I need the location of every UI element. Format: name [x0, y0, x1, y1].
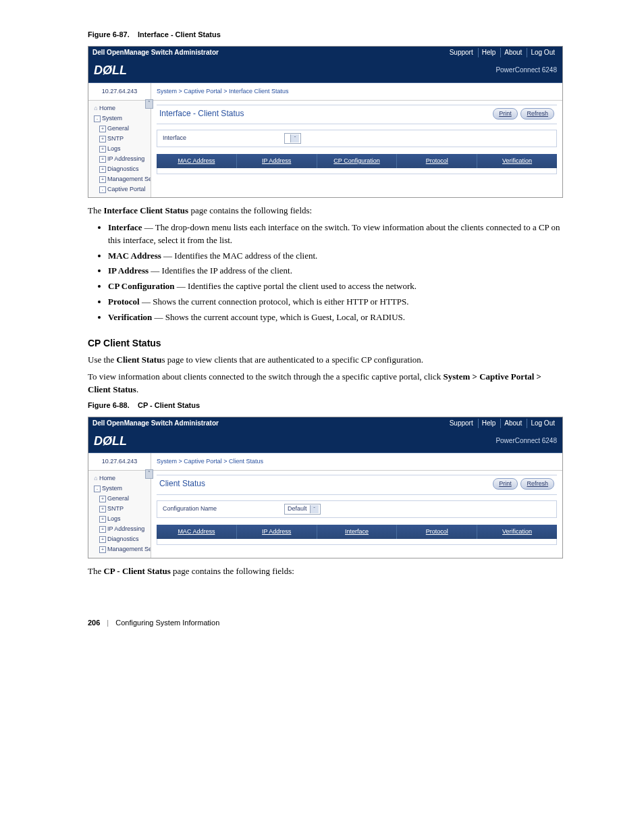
col-ip-address[interactable]: IP Address — [237, 154, 317, 168]
table-header: MAC Address IP Address CP Configuration … — [157, 154, 557, 168]
section-heading-cp-client-status: CP Client Status — [88, 336, 563, 350]
nav-home[interactable]: ⌂Home — [88, 473, 151, 484]
screenshot-cp-client-status: Dell OpenManage Switch Administrator Sup… — [88, 417, 563, 558]
link-about[interactable]: About — [500, 419, 525, 429]
intro-text-b: The CP - Client Status page contains the… — [88, 565, 563, 578]
footer-separator: | — [107, 618, 109, 629]
expand-icon[interactable]: + — [99, 146, 106, 153]
figure-number: Figure 6-88. — [88, 401, 130, 409]
breadcrumb: System > Captive Portal > Interface Clie… — [151, 83, 562, 100]
nav-management-security[interactable]: +Management Secur — [88, 174, 151, 184]
link-help[interactable]: Help — [478, 419, 500, 429]
link-support[interactable]: Support — [446, 48, 477, 58]
expand-icon[interactable]: + — [99, 496, 106, 502]
col-verification[interactable]: Verification — [477, 525, 557, 539]
link-logout[interactable]: Log Out — [527, 48, 558, 58]
config-name-label: Configuration Name — [163, 504, 284, 513]
expand-icon[interactable]: + — [99, 546, 106, 553]
interface-dropdown[interactable]: ˇ — [284, 133, 301, 144]
nav-logs[interactable]: +Logs — [88, 144, 151, 154]
panel-title: Interface - Client Status — [159, 108, 244, 120]
col-protocol[interactable]: Protocol — [397, 525, 477, 539]
nav-tree: ˄ ⌂Home -System +General +SNTP +Logs +IP… — [88, 101, 151, 197]
expand-icon[interactable]: + — [99, 526, 106, 533]
main-panel: Client Status Print Refresh Configuratio… — [151, 471, 562, 557]
nav-sntp[interactable]: +SNTP — [88, 504, 151, 514]
col-protocol[interactable]: Protocol — [397, 154, 477, 168]
refresh-button[interactable]: Refresh — [520, 108, 554, 120]
expand-icon[interactable]: + — [99, 176, 106, 183]
nav-sntp[interactable]: +SNTP — [88, 134, 151, 144]
expand-icon[interactable]: + — [99, 536, 106, 543]
collapse-icon[interactable]: - — [94, 115, 101, 122]
section-b-p1: Use the Client Status page to view clien… — [88, 354, 563, 367]
top-links: Support Help About Log Out — [446, 419, 558, 429]
expand-icon[interactable]: + — [99, 126, 106, 132]
nav-ip-addressing[interactable]: +IP Addressing — [88, 154, 151, 164]
nav-general[interactable]: +General — [88, 124, 151, 134]
expand-icon[interactable]: + — [99, 516, 106, 523]
config-name-dropdown[interactable]: Defaultˇ — [284, 504, 321, 515]
panel-title-row: Client Status Print Refresh — [157, 475, 557, 494]
link-support[interactable]: Support — [446, 419, 477, 429]
list-item: Protocol — Shows the current connection … — [108, 296, 563, 309]
nav-home[interactable]: ⌂Home — [88, 103, 151, 113]
col-mac-address[interactable]: MAC Address — [157, 154, 237, 168]
scroll-up-icon[interactable]: ˄ — [145, 99, 153, 109]
col-mac-address[interactable]: MAC Address — [157, 525, 237, 539]
expand-icon[interactable]: + — [99, 506, 106, 513]
nav-system[interactable]: -System — [88, 113, 151, 124]
figure-number: Figure 6-87. — [88, 30, 130, 38]
top-links: Support Help About Log Out — [446, 48, 558, 58]
device-ip: 10.27.64.243 — [88, 83, 151, 100]
list-item: MAC Address — Identifies the MAC address… — [108, 250, 563, 263]
list-item: CP Configuration — Identifies the captiv… — [108, 280, 563, 293]
app-topbar: Dell OpenManage Switch Administrator Sup… — [88, 417, 562, 430]
config-name-row: Configuration Name Defaultˇ — [157, 500, 557, 518]
nav-logs[interactable]: +Logs — [88, 514, 151, 524]
figure-caption-a: Figure 6-87. Interface - Client Status — [88, 30, 563, 41]
section-b-p2: To view information about clients connec… — [88, 371, 563, 396]
brand-bar: DØLL PowerConnect 6248 — [88, 59, 562, 82]
refresh-button[interactable]: Refresh — [520, 478, 554, 490]
collapse-icon[interactable]: - — [94, 486, 101, 492]
expand-icon[interactable]: + — [99, 156, 106, 163]
home-icon: ⌂ — [92, 104, 99, 113]
footer-section: Configuring System Information — [115, 618, 219, 629]
panel-buttons: Print Refresh — [491, 478, 554, 490]
panel-title: Client Status — [159, 478, 205, 490]
collapse-icon[interactable]: - — [99, 186, 106, 193]
print-button[interactable]: Print — [493, 478, 518, 490]
expand-icon[interactable]: + — [99, 166, 106, 173]
breadcrumb: System > Captive Portal > Client Status — [151, 453, 562, 470]
list-item: Interface — The drop-down menu lists eac… — [108, 221, 563, 247]
nav-tree: ˄ ⌂Home -System +General +SNTP +Logs +IP… — [88, 471, 151, 557]
nav-ip-addressing[interactable]: +IP Addressing — [88, 524, 151, 534]
screenshot-interface-client-status: Dell OpenManage Switch Administrator Sup… — [88, 46, 563, 198]
app-topbar: Dell OpenManage Switch Administrator Sup… — [88, 47, 562, 59]
intro-text-a: The Interface Client Status page contain… — [88, 205, 563, 217]
device-ip: 10.27.64.243 — [88, 453, 151, 470]
app-title: Dell OpenManage Switch Administrator — [92, 48, 219, 58]
col-cp-configuration[interactable]: CP Configuration — [317, 154, 398, 168]
nav-diagnostics[interactable]: +Diagnostics — [88, 534, 151, 544]
nav-general[interactable]: +General — [88, 494, 151, 504]
nav-captive-portal[interactable]: -Captive Portal — [88, 184, 151, 194]
chevron-down-icon: ˇ — [290, 134, 299, 142]
col-verification[interactable]: Verification — [477, 154, 557, 168]
col-interface[interactable]: Interface — [317, 525, 398, 539]
nav-diagnostics[interactable]: +Diagnostics — [88, 164, 151, 174]
nav-management-security[interactable]: +Management Secur — [88, 544, 151, 554]
expand-icon[interactable]: + — [99, 136, 106, 142]
link-logout[interactable]: Log Out — [527, 419, 558, 429]
col-ip-address[interactable]: IP Address — [237, 525, 317, 539]
scroll-up-icon[interactable]: ˄ — [145, 469, 153, 479]
table-body-empty — [157, 168, 557, 174]
model-label: PowerConnect 6248 — [495, 66, 557, 76]
nav-system[interactable]: -System — [88, 484, 151, 494]
dell-logo: DØLL — [94, 61, 127, 79]
link-help[interactable]: Help — [478, 48, 500, 58]
link-about[interactable]: About — [500, 48, 525, 58]
print-button[interactable]: Print — [493, 108, 518, 120]
figure-caption-b: Figure 6-88. CP - Client Status — [88, 400, 563, 411]
